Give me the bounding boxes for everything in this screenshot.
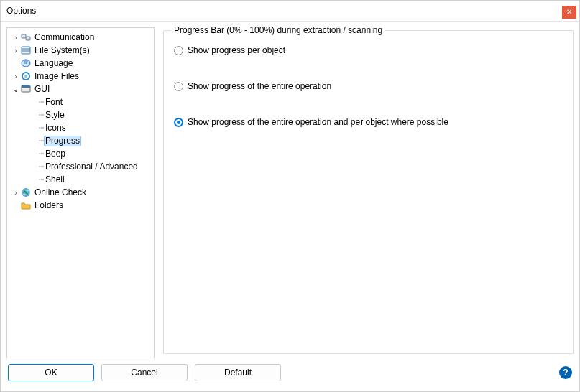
radio-group: Show progress per objectShow progress of… (174, 45, 563, 127)
imagefiles-icon (20, 70, 32, 82)
tree-item-progress[interactable]: ›┄Progress (7, 134, 154, 147)
tree-item-beep[interactable]: ›┄Beep (7, 147, 154, 160)
settings-panel: Progress Bar (0% - 100%) during extracti… (163, 27, 574, 358)
chevron-right-icon[interactable]: › (11, 189, 20, 197)
tree-item-label: Beep (44, 149, 67, 159)
progress-groupbox: Progress Bar (0% - 100%) during extracti… (163, 30, 574, 354)
tree-item-onlinecheck[interactable]: ›Online Check (7, 186, 154, 199)
tree-item-label: Professional / Advanced (44, 162, 139, 172)
tree-item-label: Online Check (33, 187, 88, 197)
radio-icon (174, 118, 183, 127)
options-window: Options ✕ ›Communication›File System(s)›… (0, 0, 580, 392)
titlebar: Options ✕ (1, 1, 579, 22)
tree-item-filesystems[interactable]: ›File System(s) (7, 44, 154, 57)
communication-icon (20, 32, 32, 43)
svg-rect-2 (22, 47, 30, 54)
tree-item-label: Folders (33, 200, 65, 210)
chevron-right-icon[interactable]: › (11, 47, 20, 55)
content-area: ›Communication›File System(s)›Language›I… (1, 22, 579, 358)
chevron-down-icon[interactable]: ⌄ (11, 85, 20, 93)
tree-item-language[interactable]: ›Language (7, 57, 154, 70)
default-button[interactable]: Default (195, 364, 281, 381)
tree-item-label: Image Files (33, 71, 80, 81)
radio-label: Show progress per object (188, 45, 285, 55)
radio-entire-op[interactable]: Show progress of the entire operation (174, 81, 563, 91)
tree-item-font[interactable]: ›┄Font (7, 95, 154, 108)
tree-item-label: Communication (33, 32, 96, 42)
svg-rect-0 (22, 34, 26, 38)
tree-branch-icon: ┄ (39, 97, 44, 107)
tree-item-label: Font (44, 97, 64, 107)
radio-label: Show progress of the entire operation (188, 81, 331, 91)
groupbox-legend: Progress Bar (0% - 100%) during extracti… (171, 25, 385, 35)
tree-item-label: Shell (44, 174, 66, 185)
window-title: Options (6, 6, 36, 16)
tree-branch-icon: ┄ (39, 136, 44, 146)
tree-branch-icon: ┄ (39, 174, 44, 185)
chevron-right-icon[interactable]: › (11, 34, 20, 42)
tree-branch-icon: ┄ (39, 110, 44, 120)
tree-item-label: Progress (44, 136, 81, 146)
tree-item-label: GUI (33, 84, 51, 94)
chevron-right-icon[interactable]: › (11, 73, 20, 80)
radio-both[interactable]: Show progress of the entire operation an… (174, 117, 563, 127)
tree-branch-icon: ┄ (39, 162, 44, 172)
tree-branch-icon: ┄ (39, 149, 44, 159)
tree-item-gui[interactable]: ⌄GUI (7, 83, 154, 95)
tree-item-folders[interactable]: ›Folders (7, 199, 154, 212)
svg-rect-9 (22, 85, 30, 88)
tree-item-shell[interactable]: ›┄Shell (7, 173, 154, 186)
tree-item-label: Language (33, 58, 74, 68)
radio-icon (174, 82, 183, 91)
tree-branch-icon: ┄ (39, 123, 44, 133)
radio-icon (174, 46, 183, 55)
tree-item-label: Icons (44, 123, 68, 133)
onlinecheck-icon (20, 187, 32, 198)
folders-icon (20, 200, 32, 211)
svg-rect-1 (26, 37, 30, 40)
tree-item-label: File System(s) (33, 45, 91, 55)
category-tree-panel: ›Communication›File System(s)›Language›I… (6, 27, 155, 358)
category-tree[interactable]: ›Communication›File System(s)›Language›I… (7, 31, 154, 212)
language-icon (20, 57, 32, 69)
tree-item-communication[interactable]: ›Communication (7, 31, 154, 44)
svg-point-7 (24, 75, 27, 78)
tree-item-label: Style (44, 110, 66, 120)
filesystem-icon (20, 45, 32, 56)
gui-icon (20, 83, 32, 95)
close-button[interactable]: ✕ (562, 6, 576, 19)
close-icon: ✕ (566, 8, 572, 16)
tree-item-pro[interactable]: ›┄Professional / Advanced (7, 160, 154, 173)
tree-item-icons[interactable]: ›┄Icons (7, 121, 154, 134)
tree-item-imagefiles[interactable]: ›Image Files (7, 70, 154, 83)
help-icon: ? (563, 368, 568, 378)
help-button[interactable]: ? (559, 366, 572, 379)
cancel-button[interactable]: Cancel (101, 364, 188, 381)
radio-per-object[interactable]: Show progress per object (174, 45, 563, 55)
footer: OK Cancel Default ? (1, 358, 579, 391)
radio-label: Show progress of the entire operation an… (188, 117, 448, 127)
tree-item-style[interactable]: ›┄Style (7, 108, 154, 121)
ok-button[interactable]: OK (8, 364, 94, 381)
